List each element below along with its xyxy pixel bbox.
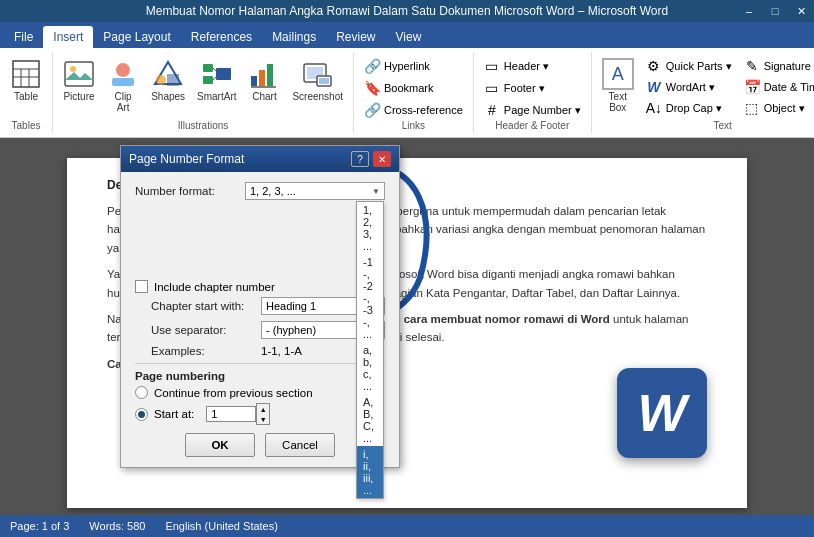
start-at-input[interactable]: 1 [206,406,256,422]
chapter-start-label: Chapter start with: [151,300,261,312]
smartart-button[interactable]: SmartArt [193,56,240,104]
shapes-button[interactable]: Shapes [147,56,189,104]
spinner-up-button[interactable]: ▲ [257,404,269,414]
date-time-label: Date & Time [764,81,814,93]
quick-parts-button[interactable]: ⚙ Quick Parts ▾ [642,56,736,76]
screenshot-button[interactable]: Screenshot [288,56,347,104]
use-separator-value: - (hyphen) [266,324,316,336]
header-button[interactable]: ▭ Header ▾ [480,56,585,76]
screenshot-icon [302,58,334,90]
page-number-format-dialog: Page Number Format ? ✕ Number format: 1,… [120,145,400,468]
picture-label: Picture [63,91,94,102]
chart-icon [248,58,280,90]
svg-rect-8 [112,78,134,86]
tab-view[interactable]: View [386,26,432,48]
text-box-icon: A [602,58,634,90]
start-at-control: 1 ▲ ▼ [206,403,270,425]
continue-radio[interactable] [135,386,148,399]
tab-mailings[interactable]: Mailings [262,26,326,48]
table-label: Table [14,91,38,102]
chart-label: Chart [252,91,276,102]
links-group-label: Links [402,120,425,133]
ribbon-group-tables: Table Tables [0,52,53,133]
examples-row: Examples: 1-1, 1-A [151,345,385,357]
option-2[interactable]: -1 -, -2 -, -3 -, ... [357,254,383,342]
picture-button[interactable]: Picture [59,56,99,104]
drop-cap-button[interactable]: A↓ Drop Cap ▾ [642,98,736,118]
tables-group-label: Tables [12,120,41,133]
chart-button[interactable]: Chart [244,56,284,104]
chapter-start-row: Chapter start with: Heading 1 ▼ [151,297,385,315]
dialog-help-button[interactable]: ? [351,151,369,167]
option-3[interactable]: a, b, c, ... [357,342,383,394]
start-at-value: 1 [211,408,217,420]
wordart-button[interactable]: W WordArt ▾ [642,77,736,97]
table-button[interactable]: Table [6,56,46,104]
bookmark-button[interactable]: 🔖 Bookmark [360,78,467,98]
cross-reference-button[interactable]: 🔗 Cross-reference [360,100,467,120]
picture-icon [63,58,95,90]
number-format-value: 1, 2, 3, ... [250,185,296,197]
number-format-label: Number format: [135,185,245,197]
number-format-dropdown[interactable]: 1, 2, 3, ... ▼ 1, 2, 3, ... -1 -, -2 -, … [245,182,385,200]
dialog-titlebar-actions: ? ✕ [351,151,391,167]
ribbon-group-text: A Text Box ⚙ Quick Parts ▾ W WordArt ▾ A… [592,52,814,133]
table-icon [10,58,42,90]
object-icon: ⬚ [744,100,760,116]
title-bar: Membuat Nomor Halaman Angka Romawi Dalam… [0,0,814,22]
option-1[interactable]: 1, 2, 3, ... [357,202,383,254]
text-group-label: Text [714,120,732,133]
start-at-radio[interactable] [135,408,148,421]
window-controls: – □ ✕ [736,0,814,22]
svg-rect-17 [251,76,257,86]
clip-art-button[interactable]: Clip Art [103,56,143,115]
header-icon: ▭ [484,58,500,74]
dialog-close-button[interactable]: ✕ [373,151,391,167]
maximize-button[interactable]: □ [762,0,788,22]
svg-rect-10 [167,74,179,86]
tab-insert[interactable]: Insert [43,26,93,48]
tab-review[interactable]: Review [326,26,385,48]
wordart-label: WordArt ▾ [666,81,715,94]
page-number-icon: # [484,102,500,118]
signature-line-button[interactable]: ✎ Signature Line ▾ [740,56,814,76]
footer-label: Footer ▾ [504,82,545,95]
dialog-title: Page Number Format [129,152,244,166]
text-box-button[interactable]: A Text Box [598,56,638,115]
svg-rect-19 [267,64,273,86]
object-button[interactable]: ⬚ Object ▾ [740,98,814,118]
examples-value: 1-1, 1-A [261,345,302,357]
close-button[interactable]: ✕ [788,0,814,22]
option-5[interactable]: i, ii, iii, ... [357,446,383,498]
examples-label: Examples: [151,345,261,357]
svg-rect-13 [203,76,213,84]
footer-button[interactable]: ▭ Footer ▾ [480,78,585,98]
hyperlink-button[interactable]: 🔗 Hyperlink [360,56,467,76]
tab-file[interactable]: File [4,26,43,48]
option-4[interactable]: A, B, C, ... [357,394,383,446]
tab-page-layout[interactable]: Page Layout [93,26,180,48]
ribbon-group-illustrations: Picture Clip Art Shapes SmartArt [53,52,354,133]
shapes-icon [152,58,184,90]
tab-references[interactable]: References [181,26,262,48]
continue-radio-row: Continue from previous section [135,386,385,399]
minimize-button[interactable]: – [736,0,762,22]
spinner-down-button[interactable]: ▼ [257,414,269,424]
quick-parts-label: Quick Parts ▾ [666,60,732,73]
ribbon-group-links: 🔗 Hyperlink 🔖 Bookmark 🔗 Cross-reference… [354,52,474,133]
include-chapter-checkbox[interactable] [135,280,148,293]
number-format-row: Number format: 1, 2, 3, ... ▼ 1, 2, 3, .… [135,182,385,200]
page-number-button[interactable]: # Page Number ▾ [480,100,585,120]
dialog-body: Number format: 1, 2, 3, ... ▼ 1, 2, 3, .… [121,172,399,467]
cancel-button[interactable]: Cancel [265,433,335,457]
dialog-titlebar: Page Number Format ? ✕ [121,146,399,172]
date-time-button[interactable]: 📅 Date & Time [740,77,814,97]
smartart-label: SmartArt [197,91,236,102]
clip-art-icon [107,58,139,90]
page-numbering-label: Page numbering [135,370,385,382]
start-at-radio-row: Start at: 1 ▲ ▼ [135,403,385,425]
svg-point-7 [116,63,130,77]
ok-button[interactable]: OK [185,433,255,457]
footer-icon: ▭ [484,80,500,96]
chapter-start-value: Heading 1 [266,300,316,312]
